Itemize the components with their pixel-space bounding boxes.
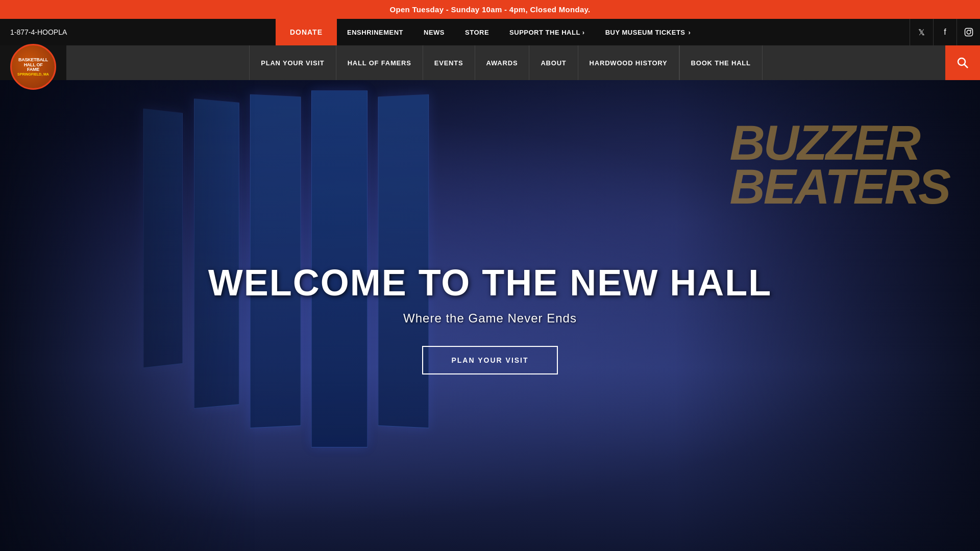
nav-events[interactable]: EVENTS — [423, 45, 475, 80]
hero-title: WELCOME TO THE NEW HALL — [208, 264, 772, 301]
secondary-nav-links: ENSHRINEMENT NEWS STORE SUPPORT THE HALL… — [337, 29, 595, 36]
hero-content: WELCOME TO THE NEW HALL Where the Game N… — [208, 264, 772, 374]
facebook-icon[interactable]: f — [933, 19, 957, 45]
svg-point-3 — [958, 58, 965, 65]
nav-awards[interactable]: AWARDS — [475, 45, 530, 80]
display-panel-3 — [250, 94, 301, 429]
instagram-icon[interactable] — [957, 19, 980, 45]
tickets-arrow-icon: › — [689, 29, 691, 36]
right-text-line2: BEATERS — [729, 165, 949, 209]
search-button[interactable] — [945, 45, 980, 80]
secondary-nav: 1-877-4-HOOPLA DONATE ENSHRINEMENT NEWS … — [0, 19, 980, 45]
donate-button[interactable]: DONATE — [276, 19, 337, 45]
buy-tickets-button[interactable]: BUY MUSEUM TICKETS › — [595, 19, 701, 45]
nav-hardwood[interactable]: HARDWOOD HISTORY — [578, 45, 679, 80]
nav-plan-visit[interactable]: PLAN YOUR VISIT — [249, 45, 336, 80]
secondary-nav-center: DONATE ENSHRINEMENT NEWS STORE SUPPORT T… — [67, 19, 910, 45]
hero-section: BUZZER BEATERS WELCOME TO THE NEW HALL W… — [0, 80, 980, 551]
search-icon — [957, 57, 969, 69]
logo-area[interactable]: BASKETBALL HALL OF FAME SPRINGFIELD, MA — [0, 45, 66, 80]
announcement-bar: Open Tuesday - Sunday 10am - 4pm, Closed… — [0, 0, 980, 19]
main-nav: BASKETBALL HALL OF FAME SPRINGFIELD, MA … — [0, 45, 980, 80]
svg-point-1 — [967, 30, 971, 34]
right-text-line1: BUZZER — [729, 121, 949, 165]
twitter-icon[interactable]: 𝕏 — [910, 19, 933, 45]
logo-location: SPRINGFIELD, MA — [17, 72, 49, 76]
svg-rect-0 — [965, 29, 972, 36]
nav-book-hall[interactable]: BOOK THE HALL — [679, 45, 763, 80]
right-decorative-text: BUZZER BEATERS — [729, 121, 949, 209]
display-panel-5 — [378, 94, 429, 429]
social-icons: 𝕏 f — [910, 19, 980, 45]
hero-cta-button[interactable]: PLAN YOUR VISIT — [422, 346, 557, 374]
svg-line-4 — [965, 65, 968, 68]
nav-about[interactable]: ABOUT — [529, 45, 578, 80]
nav-links: PLAN YOUR VISIT HALL OF FAMERS EVENTS AW… — [66, 45, 945, 80]
nav-support[interactable]: SUPPORT THE HALL › — [499, 29, 595, 36]
nav-news[interactable]: NEWS — [413, 29, 455, 36]
logo-text-line3: FAME — [17, 67, 49, 72]
nav-store[interactable]: STORE — [455, 29, 499, 36]
support-arrow-icon: › — [582, 29, 585, 36]
nav-enshrinement[interactable]: ENSHRINEMENT — [337, 29, 413, 36]
logo: BASKETBALL HALL OF FAME SPRINGFIELD, MA — [10, 44, 56, 90]
phone-number: 1-877-4-HOOPLA — [10, 28, 67, 36]
hero-subtitle: Where the Game Never Ends — [208, 311, 772, 325]
announcement-text: Open Tuesday - Sunday 10am - 4pm, Closed… — [389, 5, 590, 14]
svg-point-2 — [970, 30, 971, 31]
nav-hall-famers[interactable]: HALL OF FAMERS — [336, 45, 423, 80]
